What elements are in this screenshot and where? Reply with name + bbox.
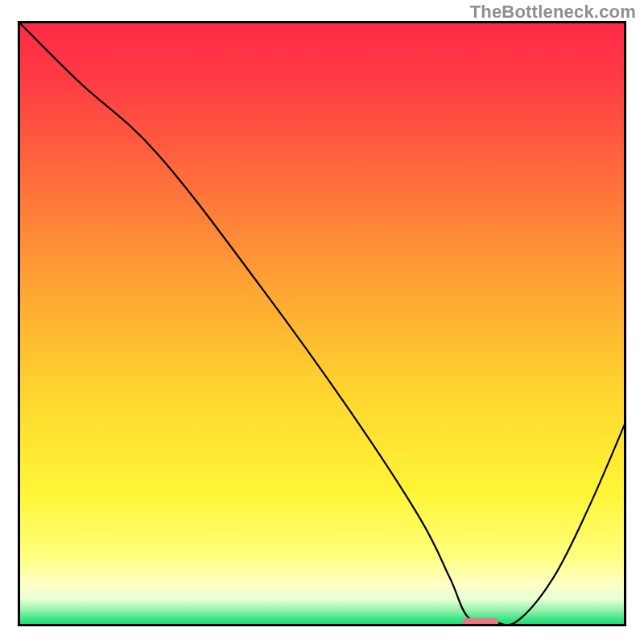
- plot-area: [18, 21, 626, 626]
- gradient-background: [18, 21, 626, 626]
- chart-container: TheBottleneck.com: [0, 0, 644, 644]
- watermark-text: TheBottleneck.com: [470, 2, 636, 23]
- bottleneck-chart: [18, 21, 626, 626]
